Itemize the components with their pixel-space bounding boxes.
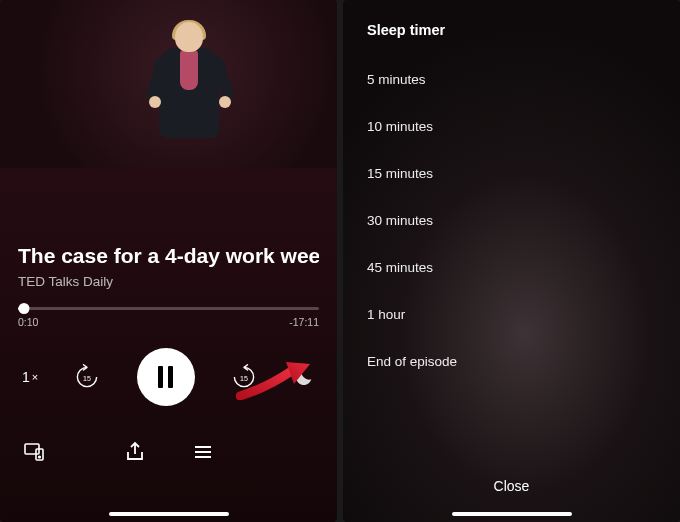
skip-back-15-button[interactable]: 15 xyxy=(73,363,101,391)
sleep-option-end-episode[interactable]: End of episode xyxy=(367,338,656,385)
svg-text:15: 15 xyxy=(84,375,92,382)
svg-point-4 xyxy=(39,456,41,458)
home-indicator[interactable] xyxy=(452,512,572,516)
sleep-timer-options: 5 minutes 10 minutes 15 minutes 30 minut… xyxy=(343,46,680,385)
svg-text:15: 15 xyxy=(240,375,248,382)
episode-title: The case for a 4-day work week | Juli xyxy=(18,244,319,268)
share-icon xyxy=(123,440,147,464)
share-button[interactable] xyxy=(123,440,147,464)
devices-icon xyxy=(22,440,46,464)
close-button[interactable]: Close xyxy=(343,478,680,494)
sleep-option-45min[interactable]: 45 minutes xyxy=(367,244,656,291)
episode-artwork xyxy=(0,0,337,168)
skip-forward-15-button[interactable]: 15 xyxy=(230,363,258,391)
elapsed-time: 0:10 xyxy=(18,316,38,328)
podcast-name[interactable]: TED Talks Daily xyxy=(18,274,319,289)
sleep-option-5min[interactable]: 5 minutes xyxy=(367,56,656,103)
sheet-title: Sleep timer xyxy=(343,0,680,46)
pause-icon xyxy=(158,366,173,388)
sleep-option-30min[interactable]: 30 minutes xyxy=(367,197,656,244)
sleep-option-10min[interactable]: 10 minutes xyxy=(367,103,656,150)
home-indicator[interactable] xyxy=(109,512,229,516)
moon-icon xyxy=(293,366,315,388)
connect-device-button[interactable] xyxy=(22,440,46,464)
sleep-timer-screen: Sleep timer 5 minutes 10 minutes 15 minu… xyxy=(343,0,680,522)
progress-slider[interactable] xyxy=(18,307,319,310)
sleep-timer-button[interactable] xyxy=(293,366,315,388)
queue-button[interactable] xyxy=(191,440,215,464)
sleep-option-15min[interactable]: 15 minutes xyxy=(367,150,656,197)
player-screen: The case for a 4-day work week | Juli TE… xyxy=(0,0,337,522)
pause-button[interactable] xyxy=(137,348,195,406)
playback-speed-button[interactable]: 1× xyxy=(22,369,38,385)
remaining-time: -17:11 xyxy=(289,316,319,328)
sleep-option-1hour[interactable]: 1 hour xyxy=(367,291,656,338)
queue-icon xyxy=(191,440,215,464)
